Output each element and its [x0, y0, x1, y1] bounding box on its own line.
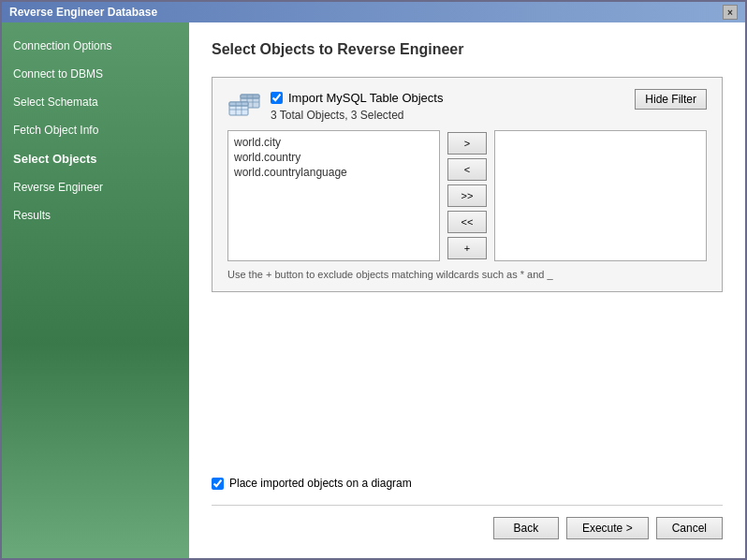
destination-object-list[interactable] — [494, 130, 707, 261]
list-item: world.countrylanguage — [232, 165, 435, 180]
close-button[interactable]: × — [723, 5, 738, 20]
import-label: Import MySQL Table Objects — [288, 91, 443, 105]
window-title: Reverse Engineer Database — [9, 6, 157, 19]
place-on-diagram-label: Place imported objects on a diagram — [229, 477, 412, 490]
back-button[interactable]: Back — [493, 517, 559, 539]
move-all-left-button[interactable]: << — [447, 211, 487, 233]
panel-controls: Import MySQL Table Objects 3 Total Objec… — [271, 91, 443, 122]
hint-text: Use the + button to exclude objects matc… — [227, 269, 707, 280]
main-window: Reverse Engineer Database × Connection O… — [0, 0, 747, 560]
import-panel: Import MySQL Table Objects 3 Total Objec… — [212, 77, 723, 292]
sidebar-item-select-schemata[interactable]: Select Schemata — [2, 88, 189, 116]
sidebar-item-results[interactable]: Results — [2, 201, 189, 229]
lists-container: world.city world.country world.countryla… — [227, 130, 707, 261]
import-checkbox-row: Import MySQL Table Objects — [271, 91, 443, 105]
panel-header-left: Import MySQL Table Objects 3 Total Objec… — [227, 89, 443, 123]
import-checkbox[interactable] — [271, 92, 283, 104]
panel-header: Import MySQL Table Objects 3 Total Objec… — [227, 89, 707, 123]
database-icon — [227, 89, 261, 123]
content-area: Connection Options Connect to DBMS Selec… — [2, 22, 745, 558]
close-icon: × — [727, 7, 733, 18]
add-wildcard-button[interactable]: + — [447, 237, 487, 259]
svg-rect-7 — [229, 102, 248, 106]
svg-rect-1 — [241, 95, 259, 98]
title-bar: Reverse Engineer Database × — [2, 2, 745, 22]
sidebar-item-fetch-object-info[interactable]: Fetch Object Info — [2, 116, 189, 144]
arrow-buttons: > < >> << + — [440, 130, 494, 261]
list-item: world.city — [232, 135, 435, 150]
bottom-checkbox-row: Place imported objects on a diagram — [212, 477, 723, 490]
source-object-list[interactable]: world.city world.country world.countryla… — [227, 130, 440, 261]
hide-filter-button[interactable]: Hide Filter — [635, 89, 707, 110]
execute-button[interactable]: Execute > — [566, 517, 649, 539]
list-item: world.country — [232, 150, 435, 165]
main-content: Select Objects to Reverse Engineer — [189, 22, 745, 558]
sidebar-item-reverse-engineer[interactable]: Reverse Engineer — [2, 173, 189, 201]
sidebar-item-connection-options[interactable]: Connection Options — [2, 32, 189, 60]
place-on-diagram-checkbox[interactable] — [212, 478, 224, 490]
move-all-right-button[interactable]: >> — [447, 184, 487, 207]
page-title: Select Objects to Reverse Engineer — [212, 41, 723, 58]
sidebar-item-connect-to-dbms[interactable]: Connect to DBMS — [2, 60, 189, 88]
footer-buttons: Back Execute > Cancel — [212, 505, 723, 539]
move-left-button[interactable]: < — [447, 158, 487, 181]
cancel-button[interactable]: Cancel — [656, 517, 723, 539]
summary-text: 3 Total Objects, 3 Selected — [271, 109, 443, 122]
sidebar-item-select-objects[interactable]: Select Objects — [2, 144, 189, 173]
move-right-button[interactable]: > — [447, 132, 487, 155]
sidebar: Connection Options Connect to DBMS Selec… — [2, 22, 189, 558]
